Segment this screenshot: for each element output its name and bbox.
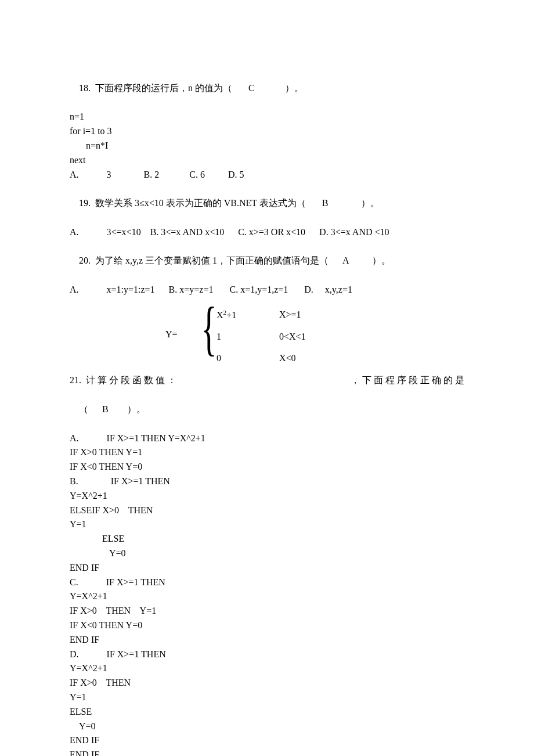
q21-opt-c-3: IF X<0 THEN Y=0	[70, 618, 464, 633]
q21-opt-b-5: Y=0	[70, 546, 464, 561]
pw-r1-cond: X>=1	[279, 308, 301, 323]
q21-opt-c-2: IF X>0 THEN Y=1	[70, 604, 464, 618]
q21-opt-b-2: ELSEIF X>0 THEN	[70, 503, 464, 518]
q21-opt-a-1: IF X>0 THEN Y=1	[70, 445, 464, 460]
q18-code-2: for i=1 to 3	[70, 124, 464, 139]
q20-stem: 20. 为了给 x,y,z 三个变量赋初值 1，下面正确的赋值语句是（ A ）。	[70, 240, 464, 283]
q21-opt-a-0: A. IF X>=1 THEN Y=X^2+1	[70, 431, 464, 446]
q21-stem2-a: （	[79, 404, 88, 414]
q21-opt-d-7: END IF	[70, 748, 464, 756]
q21-opt-d-2: IF X>0 THEN	[70, 676, 464, 690]
q21-stem-right: ， 下 面 程 序 段 正 确 的 是	[351, 373, 464, 388]
pw-r2-expr: 1	[217, 330, 251, 344]
q21-opt-d-5: Y=0	[70, 719, 464, 734]
q18-options: A. 3 B. 2 C. 6 D. 5	[70, 168, 464, 182]
q21-opt-c-1: Y=X^2+1	[70, 589, 464, 604]
q18-stem: 18. 下面程序段的运行后，n 的值为（ C ）。	[70, 67, 464, 110]
q21-stem2-b: ）。	[127, 404, 146, 414]
q19-answer: B	[322, 198, 329, 208]
q21-opt-d-6: END IF	[70, 733, 464, 748]
q21-stem-line1: 21. 计 算 分 段 函 数 值 ： ， 下 面 程 序 段 正 确 的 是	[70, 373, 464, 388]
q18-stem-a: 18. 下面程序段的运行后，n 的值为（	[79, 83, 232, 93]
q21-stem-line2: （ B ）。	[70, 388, 464, 431]
piecewise-y-equals: Y=	[165, 327, 178, 342]
piecewise-function: Y= { X2+1 X>=1 1 0<X<1 0 X<0	[165, 304, 369, 369]
q18-code-3: n=n*I	[70, 139, 464, 153]
pw-r1-expr: X2+1	[217, 308, 251, 323]
q21-opt-d-1: Y=X^2+1	[70, 661, 464, 676]
q21-opt-d-4: ELSE	[70, 705, 464, 719]
q18-answer: C	[248, 83, 255, 93]
q18-code-4: next	[70, 153, 464, 168]
q21-opt-c-4: END IF	[70, 633, 464, 647]
q21-opt-b-6: END IF	[70, 561, 464, 575]
pw-r3-cond: X<0	[279, 351, 296, 366]
q21-opt-c-0: C. IF X>=1 THEN	[70, 575, 464, 590]
q19-stem-b: ）。	[361, 198, 380, 208]
q18-code-1: n=1	[70, 110, 464, 124]
q20-stem-a: 20. 为了给 x,y,z 三个变量赋初值 1，下面正确的赋值语句是（	[79, 255, 329, 265]
q20-stem-b: ）。	[372, 255, 391, 265]
q21-opt-b-4: ELSE	[70, 532, 464, 546]
brace-icon: {	[201, 302, 217, 354]
page: 18. 下面程序段的运行后，n 的值为（ C ）。 n=1 for i=1 to…	[0, 0, 534, 756]
q20-answer: A	[342, 255, 349, 265]
q21-opt-d-3: Y=1	[70, 690, 464, 705]
q19-stem-a: 19. 数学关系 3≤x<10 表示为正确的 VB.NET 表达式为（	[79, 198, 306, 208]
q18-stem-b: ）。	[285, 83, 304, 93]
q20-options: A. x=1:y=1:z=1 B. x=y=z=1 C. x=1,y=1,z=1…	[70, 283, 464, 297]
q19-options: A. 3<=x<10 B. 3<=x AND x<10 C. x>=3 OR x…	[70, 225, 464, 240]
q21-opt-d-0: D. IF X>=1 THEN	[70, 647, 464, 662]
q19-stem: 19. 数学关系 3≤x<10 表示为正确的 VB.NET 表达式为（ B ）。	[70, 182, 464, 225]
pw-r3-expr: 0	[217, 351, 251, 366]
piecewise-row-1: X2+1 X>=1	[217, 304, 369, 326]
pw-r2-cond: 0<X<1	[279, 330, 306, 344]
piecewise-row-2: 1 0<X<1	[217, 326, 369, 348]
q21-opt-b-3: Y=1	[70, 517, 464, 532]
q21-answer: B	[102, 404, 109, 414]
q21-opt-b-1: Y=X^2+1	[70, 489, 464, 503]
piecewise-row-3: 0 X<0	[217, 348, 369, 369]
q21-stem-left: 21. 计 算 分 段 函 数 值 ：	[70, 373, 176, 388]
q21-opt-b-0: B. IF X>=1 THEN	[70, 474, 464, 489]
q21-opt-a-2: IF X<0 THEN Y=0	[70, 460, 464, 474]
piecewise-rows: X2+1 X>=1 1 0<X<1 0 X<0	[217, 304, 369, 369]
